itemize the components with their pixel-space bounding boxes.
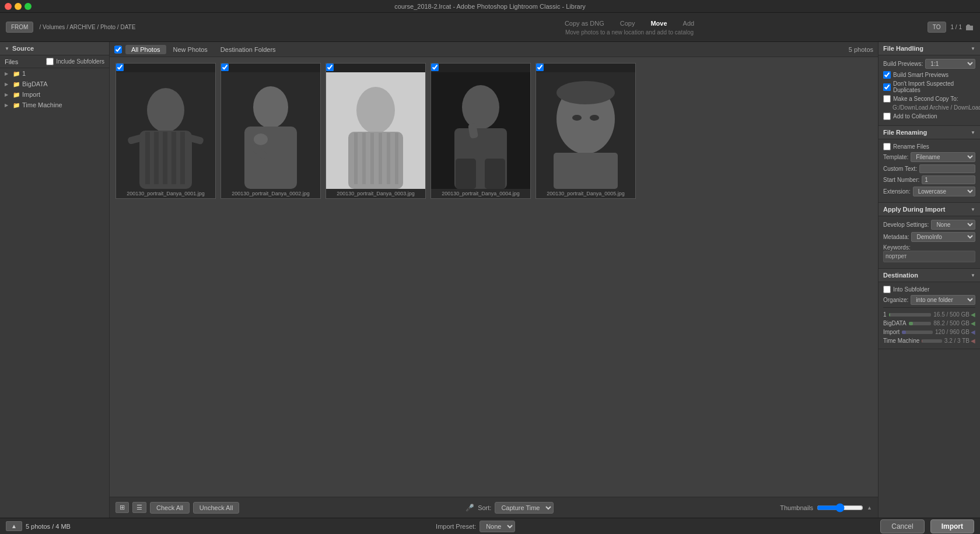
start-number-input[interactable] xyxy=(922,175,975,184)
files-label: Files xyxy=(5,58,18,65)
thumbnails-label: Thumbnails xyxy=(780,504,813,511)
source-tree[interactable]: ▶ 📁 1 ▶ 📁 BigDATA ▶ 📁 Import ▶ 📁 xyxy=(0,68,109,518)
tree-item-bigdata[interactable]: ▶ 📁 BigDATA xyxy=(0,79,109,89)
cancel-button[interactable]: Cancel xyxy=(880,519,924,533)
tree-item-1[interactable]: ▶ 📁 1 xyxy=(0,68,109,79)
drive-bar-fill-import xyxy=(902,331,906,334)
keywords-area[interactable]: портрет xyxy=(883,251,975,262)
custom-text-input[interactable] xyxy=(919,164,975,173)
build-smart-checkbox[interactable] xyxy=(883,71,891,79)
folder-icon: 🖿 xyxy=(965,22,974,33)
tab-dest-folders[interactable]: Destination Folders xyxy=(215,45,282,54)
organize-select[interactable]: into one folder xyxy=(911,295,975,305)
sort-select[interactable]: Capture Time xyxy=(495,502,554,514)
photo-filename-5: 200130_portrait_Danya_0005.jpg xyxy=(536,189,635,198)
svg-point-14 xyxy=(254,134,268,145)
copy-as-dng-option[interactable]: Copy as DNG xyxy=(561,19,608,28)
template-select[interactable]: Filename xyxy=(911,152,975,162)
import-preset-select[interactable]: None xyxy=(480,521,515,532)
metadata-select[interactable]: DemoInfo xyxy=(911,232,975,242)
tree-label-bigdata: BigDATA xyxy=(22,80,48,87)
file-handling-header[interactable]: File Handling ▼ xyxy=(878,42,980,55)
drive-item-import[interactable]: Import 120 / 960 GB ◀ xyxy=(883,328,975,336)
import-button[interactable]: Import xyxy=(930,519,974,533)
to-button[interactable]: TO xyxy=(928,22,946,33)
files-row: Files Include Subfolders xyxy=(0,55,109,68)
apply-during-import-header[interactable]: Apply During Import ▼ xyxy=(878,203,980,216)
photo-svg-2 xyxy=(221,72,320,189)
bottom-toolbar: ⊞ ☰ Check All Uncheck All 🎤 Sort: Captur… xyxy=(110,497,878,518)
tree-label-timemachine: Time Machine xyxy=(22,101,62,108)
list-view-button[interactable]: ☰ xyxy=(132,502,146,513)
build-previews-label: Build Previews: xyxy=(883,61,923,67)
add-option[interactable]: Add xyxy=(680,19,698,28)
build-previews-select[interactable]: 1:1 xyxy=(925,59,975,69)
photo-checkbox-4[interactable] xyxy=(431,64,439,71)
drive-item-bigdata[interactable]: BigDATA 88.2 / 500 GB ◀ xyxy=(883,319,975,328)
file-renaming-header[interactable]: File Renaming ▼ xyxy=(878,126,980,139)
move-option[interactable]: Move xyxy=(647,19,670,28)
drive-name-bigdata: BigDATA xyxy=(883,320,907,326)
drive-item-1[interactable]: 1 16.5 / 500 GB ◀ xyxy=(883,310,975,319)
tree-item-timemachine[interactable]: ▶ 📁 Time Machine xyxy=(0,100,109,110)
svg-rect-19 xyxy=(362,133,366,184)
photo-svg-3 xyxy=(326,72,425,189)
check-all-button[interactable]: Check All xyxy=(150,502,190,514)
svg-point-33 xyxy=(556,81,615,104)
photo-checkbox-2[interactable] xyxy=(221,64,229,71)
add-collection-checkbox[interactable] xyxy=(883,113,891,120)
thumbnail-slider[interactable] xyxy=(817,503,863,512)
metadata-row: Metadata: DemoInfo xyxy=(883,232,975,242)
photo-checkbox-5[interactable] xyxy=(536,64,544,71)
svg-rect-18 xyxy=(354,133,358,184)
content-area: ▼ Source Files Include Subfolders ▶ 📁 1 … xyxy=(0,42,980,518)
add-collection-label: Add to Collection xyxy=(893,113,937,120)
drive-arrow-1: ◀ xyxy=(971,311,975,318)
drive-bar-bigdata xyxy=(909,322,932,325)
import-header: FROM / Volumes / ARCHIVE / Photo / DATE … xyxy=(0,13,980,42)
destination-header[interactable]: Destination ▼ xyxy=(878,269,980,282)
build-smart-row: Build Smart Previews xyxy=(883,71,975,79)
svg-rect-9 xyxy=(180,132,185,184)
dont-import-checkbox[interactable] xyxy=(883,83,891,91)
photo-count: 5 photos xyxy=(849,46,873,53)
import-preset-label: Import Preset: xyxy=(436,523,476,530)
from-button[interactable]: FROM xyxy=(6,22,33,33)
minimize-button[interactable] xyxy=(15,3,22,10)
tree-item-import[interactable]: ▶ 📁 Import xyxy=(0,89,109,100)
drive-bar-import xyxy=(902,331,933,334)
drive-item-timemachine[interactable]: Time Machine 3.2 / 3 TB ◀ xyxy=(883,336,975,345)
develop-settings-select[interactable]: None xyxy=(931,220,975,230)
into-subfolder-checkbox[interactable] xyxy=(883,286,891,293)
window-controls[interactable] xyxy=(5,3,32,10)
expand-button[interactable]: ▲ xyxy=(6,521,22,531)
rename-files-row: Rename Files xyxy=(883,143,975,150)
include-subfolders-checkbox[interactable] xyxy=(46,58,54,65)
keywords-section: Keywords: портрет xyxy=(883,244,975,262)
drive-bar-fill-bigdata xyxy=(909,322,913,325)
photo-checkbox-1[interactable] xyxy=(116,64,124,71)
second-copy-checkbox[interactable] xyxy=(883,95,891,103)
close-button[interactable] xyxy=(5,3,12,10)
photo-cell-5: 200130_portrait_Danya_0005.jpg xyxy=(536,63,636,199)
apply-during-import-label: Apply During Import xyxy=(883,206,945,213)
drive-size-timemachine: 3.2 / 3 TB xyxy=(944,338,970,344)
photo-filename-4: 200130_portrait_Danya_0004.jpg xyxy=(431,189,530,198)
copy-option[interactable]: Copy xyxy=(617,19,639,28)
extension-select[interactable]: Lowercase xyxy=(913,187,975,196)
tab-all-photos[interactable]: All Photos xyxy=(125,45,166,54)
up-arrow[interactable]: ▲ xyxy=(867,505,872,511)
uncheck-all-button[interactable]: Uncheck All xyxy=(193,502,239,514)
start-number-label: Start Number: xyxy=(883,177,919,183)
maximize-button[interactable] xyxy=(24,3,32,10)
tab-new-photos[interactable]: New Photos xyxy=(167,45,214,54)
file-handling-triangle: ▼ xyxy=(971,46,975,51)
template-label: Template: xyxy=(883,154,908,160)
rename-files-checkbox[interactable] xyxy=(883,143,891,150)
svg-rect-28 xyxy=(456,159,476,189)
grid-view-button[interactable]: ⊞ xyxy=(116,502,129,513)
all-photos-checkbox[interactable] xyxy=(114,45,122,54)
svg-rect-22 xyxy=(387,133,390,184)
photo-checkbox-3[interactable] xyxy=(326,64,334,71)
destination-divider xyxy=(883,307,975,308)
